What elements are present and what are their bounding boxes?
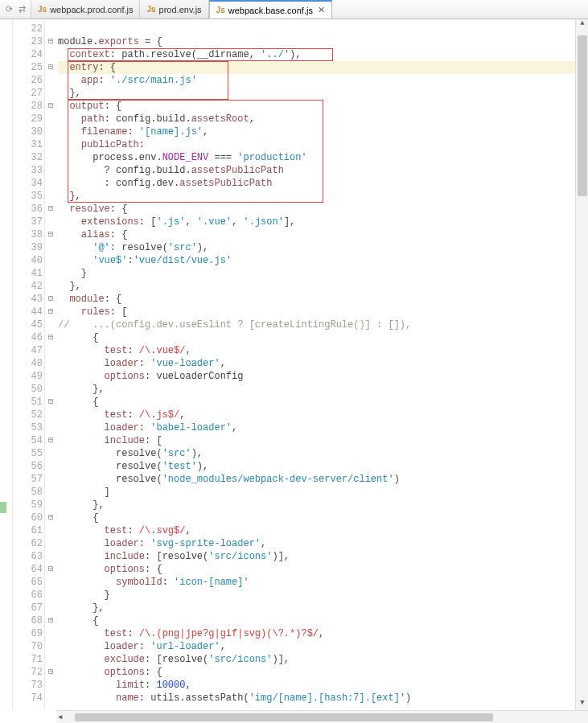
code-line[interactable]: filename: '[name].js', — [58, 125, 575, 138]
code-line[interactable]: } — [58, 589, 575, 602]
code-line[interactable]: loader: 'url-loader', — [58, 640, 575, 653]
fold-marker[interactable]: ⊟ — [45, 203, 56, 216]
code-line[interactable]: }, — [58, 190, 575, 203]
code-line[interactable]: test: /\.vue$/, — [58, 344, 575, 357]
scroll-up-arrow[interactable]: ▲ — [576, 19, 588, 31]
code-line[interactable]: loader: 'vue-loader', — [58, 357, 575, 370]
tab-webpack-base-conf-js[interactable]: Jswebpack.base.conf.js✕ — [209, 0, 332, 18]
code-area[interactable]: module.exports = { context: path.resolve… — [56, 19, 575, 710]
code-line[interactable]: process.env.NODE_ENV === 'production' — [58, 151, 575, 164]
code-line[interactable]: limit: 10000, — [58, 679, 575, 692]
code-line[interactable]: test: /\.(png|jpe?g|gif|svg)(\?.*)?$/, — [58, 627, 575, 640]
fold-marker[interactable]: ⊟ — [45, 666, 56, 679]
code-line[interactable]: resolve('test'), — [58, 460, 575, 473]
code-line[interactable]: }, — [58, 280, 575, 293]
code-line[interactable]: options: vueLoaderConfig — [58, 370, 575, 383]
fold-marker — [45, 177, 56, 190]
fold-marker[interactable]: ⊟ — [45, 306, 56, 318]
fold-marker[interactable]: ⊟ — [45, 511, 56, 524]
code-line[interactable]: app: './src/main.js' — [58, 74, 575, 87]
fold-marker — [45, 48, 56, 61]
fold-marker[interactable]: ⊟ — [45, 331, 56, 344]
tab-webpack-prod-conf-js[interactable]: Jswebpack.prod.conf.js — [31, 0, 140, 18]
code-line[interactable]: rules: [ — [58, 306, 575, 318]
fold-marker — [45, 344, 56, 357]
fold-marker[interactable]: ⊟ — [45, 293, 56, 306]
fold-marker[interactable]: ⊟ — [45, 61, 56, 74]
js-file-icon: Js — [38, 5, 47, 14]
code-line[interactable]: loader: 'babel-loader', — [58, 421, 575, 434]
fold-marker — [45, 241, 56, 254]
code-line[interactable]: include: [resolve('src/icons')], — [58, 550, 575, 563]
code-line[interactable] — [58, 23, 575, 35]
code-line[interactable]: alias: { — [58, 228, 575, 241]
change-marker — [0, 502, 6, 513]
link-icon[interactable]: ⇄ — [16, 4, 27, 15]
code-line[interactable]: loader: 'svg-sprite-loader', — [58, 537, 575, 550]
vertical-scroll-thumb[interactable] — [578, 35, 587, 196]
code-line[interactable]: { — [58, 331, 575, 344]
fold-marker — [45, 409, 56, 421]
fold-marker — [45, 216, 56, 228]
vertical-scrollbar[interactable]: ▲ ▼ — [575, 19, 588, 710]
code-line[interactable]: }, — [58, 602, 575, 614]
sync-icon[interactable]: ⟳ — [3, 4, 14, 15]
code-line[interactable]: '@': resolve('src'), — [58, 241, 575, 254]
fold-marker — [45, 460, 56, 473]
code-line[interactable]: name: utils.assetsPath('img/[name].[hash… — [58, 692, 575, 705]
horizontal-scrollbar[interactable]: ◀ — [56, 710, 588, 723]
code-line[interactable]: }, — [58, 383, 575, 396]
fold-marker[interactable]: ⊟ — [45, 434, 56, 447]
code-line[interactable]: : config.dev.assetsPublicPath — [58, 177, 575, 190]
code-line[interactable]: resolve('src'), — [58, 447, 575, 460]
tab-prod-env-js[interactable]: Jsprod.env.js — [140, 0, 208, 18]
tab-bar: ⟳ ⇄ Jswebpack.prod.conf.jsJsprod.env.jsJ… — [0, 0, 588, 19]
code-line[interactable]: 'vue$':'vue/dist/vue.js' — [58, 254, 575, 267]
code-line[interactable]: symbolId: 'icon-[name]' — [58, 576, 575, 589]
code-line[interactable]: exclude: [resolve('src/icons')], — [58, 653, 575, 666]
editor-root: ⟳ ⇄ Jswebpack.prod.conf.jsJsprod.env.jsJ… — [0, 0, 588, 723]
js-file-icon: Js — [216, 6, 225, 14]
code-line[interactable]: test: /\.js$/, — [58, 409, 575, 421]
code-line[interactable]: } — [58, 267, 575, 280]
code-line[interactable]: resolve('node_modules/webpack-dev-server… — [58, 473, 575, 486]
code-line[interactable]: module: { — [58, 293, 575, 306]
scroll-down-arrow[interactable]: ▼ — [576, 699, 588, 710]
code-line[interactable]: test: /\.svg$/, — [58, 524, 575, 537]
js-file-icon: Js — [146, 5, 155, 14]
fold-marker[interactable]: ⊟ — [45, 396, 56, 409]
code-line[interactable]: { — [58, 614, 575, 627]
code-line[interactable]: publicPath: — [58, 138, 575, 151]
code-line[interactable]: { — [58, 396, 575, 409]
code-line[interactable]: resolve: { — [58, 203, 575, 216]
fold-marker[interactable]: ⊟ — [45, 35, 56, 48]
fold-marker — [45, 383, 56, 396]
scroll-left-arrow[interactable]: ◀ — [56, 713, 64, 721]
close-icon[interactable]: ✕ — [318, 5, 325, 15]
fold-marker — [45, 113, 56, 125]
fold-marker[interactable]: ⊟ — [45, 100, 56, 113]
tab-label: webpack.prod.conf.js — [50, 5, 133, 14]
code-line[interactable]: path: config.build.assetsRoot, — [58, 113, 575, 125]
code-line[interactable]: extensions: ['.js', '.vue', '.json'], — [58, 216, 575, 228]
code-line[interactable]: { — [58, 511, 575, 524]
code-line[interactable]: output: { — [58, 100, 575, 113]
code-line[interactable]: options: { — [58, 666, 575, 679]
code-line[interactable]: ? config.build.assetsPublicPath — [58, 164, 575, 177]
code-line[interactable]: options: { — [58, 563, 575, 576]
code-line[interactable]: // ...(config.dev.useEslint ? [createLin… — [58, 318, 575, 331]
fold-marker[interactable]: ⊟ — [45, 563, 56, 576]
code-line[interactable]: module.exports = { — [58, 35, 575, 48]
tab-label: prod.env.js — [159, 5, 202, 14]
code-line[interactable]: context: path.resolve(__dirname, '../'), — [58, 48, 575, 61]
code-line[interactable]: }, — [58, 499, 575, 511]
code-line[interactable]: ] — [58, 486, 575, 499]
code-line[interactable]: }, — [58, 87, 575, 100]
code-line[interactable]: entry: { — [58, 61, 575, 74]
horizontal-scroll-thumb[interactable] — [75, 713, 493, 721]
editor-body: 22 23 24 25 26 27 28 29 30 31 32 33 34 3… — [0, 19, 588, 710]
fold-marker — [45, 447, 56, 460]
code-line[interactable]: include: [ — [58, 434, 575, 447]
fold-marker[interactable]: ⊟ — [45, 614, 56, 627]
fold-marker[interactable]: ⊟ — [45, 228, 56, 241]
